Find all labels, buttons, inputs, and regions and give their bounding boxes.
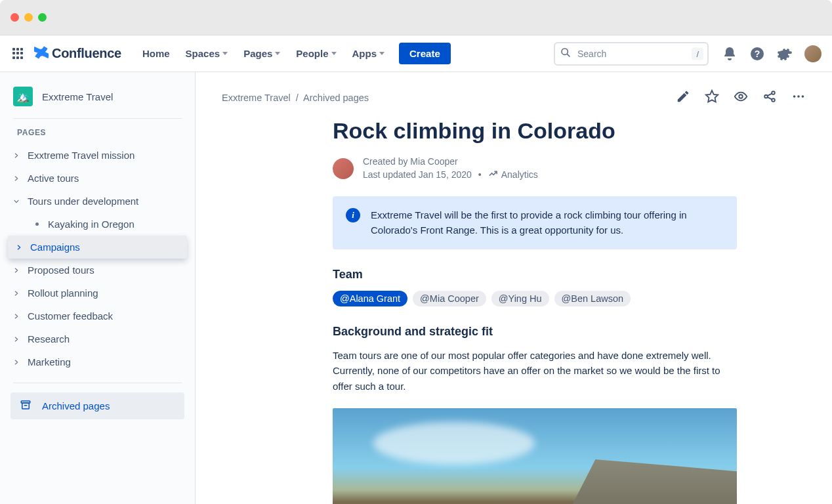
analytics-link[interactable]: Analytics bbox=[488, 169, 538, 182]
archived-pages-label: Archived pages bbox=[42, 400, 110, 411]
chevron-right-icon[interactable] bbox=[13, 198, 20, 205]
sidebar-item-exxtreme-travel-mission[interactable]: Exxtreme Travel mission bbox=[5, 144, 190, 167]
space-icon: 🏔️ bbox=[13, 87, 33, 106]
tree-item-label: Customer feedback bbox=[28, 310, 113, 322]
share-icon[interactable] bbox=[762, 89, 777, 106]
hero-image bbox=[333, 408, 737, 504]
sidebar-item-proposed-tours[interactable]: Proposed tours bbox=[5, 259, 190, 282]
svg-point-16 bbox=[802, 95, 804, 98]
sidebar-item-rollout-planning[interactable]: Rollout planning bbox=[5, 282, 190, 304]
chevron-right-icon[interactable] bbox=[13, 359, 20, 366]
info-panel-text: Exxtreme Travel will be the first to pro… bbox=[371, 208, 724, 238]
top-actions: ? bbox=[722, 45, 822, 62]
chevron-down-icon bbox=[222, 52, 228, 55]
star-icon[interactable] bbox=[705, 89, 719, 106]
svg-point-14 bbox=[793, 95, 796, 98]
tree-item-label: Research bbox=[28, 333, 70, 345]
created-by-text: Created by Mia Cooper bbox=[363, 156, 538, 169]
breadcrumb-item[interactable]: Archived pages bbox=[303, 93, 369, 103]
chevron-right-icon[interactable] bbox=[13, 152, 20, 159]
notifications-icon[interactable] bbox=[722, 46, 738, 62]
maximize-window-button[interactable] bbox=[38, 13, 47, 22]
more-actions-icon[interactable] bbox=[791, 89, 806, 106]
confluence-logo[interactable]: Confluence bbox=[34, 45, 121, 62]
tree-item-label: Campaigns bbox=[30, 242, 80, 253]
mention[interactable]: @Ying Hu bbox=[491, 291, 549, 306]
archive-icon bbox=[20, 399, 31, 413]
chevron-right-icon[interactable] bbox=[16, 244, 22, 251]
app-name: Confluence bbox=[52, 46, 121, 61]
archived-pages-link[interactable]: Archived pages bbox=[10, 392, 184, 419]
background-heading: Background and strategic fit bbox=[333, 325, 737, 339]
breadcrumb: Exxtreme Travel / Archived pages bbox=[222, 93, 369, 103]
chevron-right-icon[interactable] bbox=[13, 336, 20, 343]
nav-pages[interactable]: Pages bbox=[237, 44, 287, 63]
sidebar-item-customer-feedback[interactable]: Customer feedback bbox=[5, 304, 190, 327]
minimize-window-button[interactable] bbox=[24, 13, 33, 22]
sidebar-item-research[interactable]: Research bbox=[5, 327, 190, 350]
page-title: Rock climbing in Colorado bbox=[333, 118, 737, 144]
sidebar-subitem-kayaking-in-oregon[interactable]: Kayaking in Oregon bbox=[5, 213, 190, 236]
chevron-down-icon bbox=[331, 52, 337, 55]
nav-spaces[interactable]: Spaces bbox=[179, 44, 235, 63]
svg-line-13 bbox=[767, 97, 772, 100]
help-icon[interactable]: ? bbox=[749, 46, 765, 62]
svg-point-8 bbox=[739, 94, 743, 98]
svg-point-15 bbox=[797, 95, 800, 98]
nav-home[interactable]: Home bbox=[136, 44, 177, 63]
search-box: / bbox=[554, 42, 709, 66]
bullet-icon bbox=[35, 222, 39, 226]
background-text: Team tours are one of our most popular o… bbox=[333, 348, 737, 394]
page-content: Exxtreme Travel / Archived pages Rock cl… bbox=[196, 72, 832, 504]
settings-icon[interactable] bbox=[777, 46, 793, 62]
tree-subitem-label: Kayaking in Oregon bbox=[48, 219, 135, 230]
create-button[interactable]: Create bbox=[399, 43, 451, 64]
chevron-right-icon[interactable] bbox=[13, 267, 20, 274]
mention[interactable]: @Ben Lawson bbox=[554, 291, 631, 306]
primary-nav: HomeSpacesPagesPeopleApps bbox=[136, 44, 391, 63]
chevron-down-icon bbox=[379, 52, 385, 55]
window-chrome bbox=[0, 0, 832, 35]
svg-line-12 bbox=[767, 93, 772, 96]
sidebar-item-marketing[interactable]: Marketing bbox=[5, 350, 190, 373]
user-avatar[interactable] bbox=[804, 45, 822, 62]
tree-item-label: Marketing bbox=[28, 356, 71, 368]
analytics-icon bbox=[488, 169, 498, 182]
sidebar-item-active-tours[interactable]: Active tours bbox=[5, 167, 190, 190]
space-name: Exxtreme Travel bbox=[42, 91, 113, 102]
team-mentions: @Alana Grant@Mia Cooper@Ying Hu@Ben Laws… bbox=[333, 291, 737, 306]
mention[interactable]: @Alana Grant bbox=[333, 291, 407, 306]
svg-text:?: ? bbox=[755, 49, 760, 59]
byline: Created by Mia Cooper Last updated Jan 1… bbox=[333, 156, 737, 182]
close-window-button[interactable] bbox=[10, 13, 19, 22]
edit-icon[interactable] bbox=[676, 89, 690, 106]
sidebar-item-campaigns[interactable]: Campaigns bbox=[8, 236, 187, 259]
sidebar-item-tours-under-development[interactable]: Tours under development bbox=[5, 190, 190, 213]
tree-item-label: Tours under development bbox=[28, 196, 138, 207]
nav-people[interactable]: People bbox=[289, 44, 343, 63]
search-shortcut-badge: / bbox=[692, 47, 703, 60]
chevron-right-icon[interactable] bbox=[13, 290, 20, 297]
space-header[interactable]: 🏔️ Exxtreme Travel bbox=[5, 84, 190, 118]
chevron-right-icon[interactable] bbox=[13, 313, 20, 320]
team-heading: Team bbox=[333, 268, 737, 282]
app-switcher-icon[interactable] bbox=[10, 46, 26, 62]
nav-apps[interactable]: Apps bbox=[346, 44, 392, 63]
tree-item-label: Active tours bbox=[28, 173, 79, 184]
search-input[interactable] bbox=[554, 42, 709, 66]
page-tree: Exxtreme Travel missionActive toursTours… bbox=[5, 144, 190, 373]
tree-item-label: Proposed tours bbox=[28, 264, 94, 276]
search-icon bbox=[560, 47, 571, 60]
analytics-label: Analytics bbox=[501, 169, 538, 182]
watch-icon[interactable] bbox=[734, 89, 748, 106]
svg-line-1 bbox=[567, 54, 570, 56]
breadcrumb-item[interactable]: Exxtreme Travel bbox=[222, 93, 291, 103]
info-icon: i bbox=[346, 208, 360, 222]
top-bar: Confluence HomeSpacesPagesPeopleApps Cre… bbox=[0, 35, 832, 72]
last-updated-text: Last updated Jan 15, 2020 bbox=[363, 169, 472, 182]
page-actions bbox=[676, 89, 806, 106]
info-panel: i Exxtreme Travel will be the first to p… bbox=[333, 196, 737, 249]
chevron-right-icon[interactable] bbox=[13, 175, 20, 182]
mention[interactable]: @Mia Cooper bbox=[413, 291, 486, 306]
author-avatar[interactable] bbox=[333, 158, 354, 179]
